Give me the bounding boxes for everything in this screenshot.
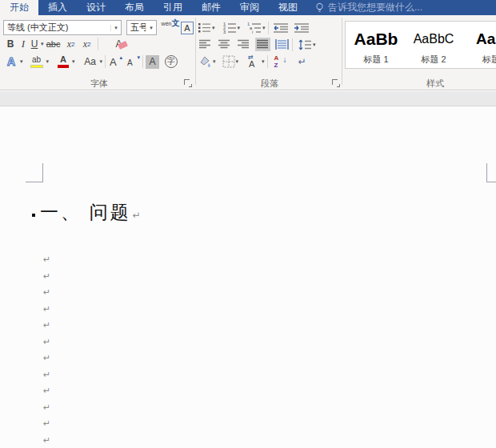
line-spacing-button[interactable] [298, 39, 312, 50]
bullets-icon [198, 22, 211, 34]
down-triangle-icon: ▾ [138, 54, 141, 61]
grow-font-button[interactable]: A▴ [108, 54, 122, 69]
text-effects-dropdown[interactable]: ▾ [20, 58, 23, 65]
show-hide-marks-button[interactable]: ↵ [298, 56, 306, 67]
numbering-button[interactable]: 123 [222, 22, 237, 34]
highlight-yellow-bar [30, 65, 43, 68]
font-size-value: 五号 [127, 22, 146, 34]
margin-cropmark-right [486, 163, 496, 182]
styles-group-label: 样式 [343, 78, 496, 90]
font-name-value: 等线 (中文正文) [4, 22, 110, 34]
paragraph-mark-icon: ↵ [43, 435, 50, 446]
tab-view[interactable]: 视图 [269, 0, 307, 15]
sort-button[interactable]: A Z ↓ [274, 55, 287, 69]
character-border-icon: A [181, 22, 194, 34]
font-size-combobox[interactable]: 五号 ▾ [126, 20, 157, 35]
paragraph-mark-icon: ↵ [132, 210, 140, 221]
align-left-button[interactable] [198, 38, 213, 51]
tab-home[interactable]: 开始 [0, 0, 38, 15]
borders-dropdown[interactable]: ▾ [236, 58, 239, 65]
font-color-dropdown[interactable]: ▾ [72, 58, 75, 65]
paragraph-mark-icon: ↵ [43, 287, 50, 298]
bullets-button[interactable] [198, 22, 211, 34]
document-heading[interactable]: 一、 问题 ↵ [32, 200, 140, 225]
tell-me-box[interactable]: 告诉我您想要做什么... [315, 0, 422, 15]
increase-indent-icon [294, 22, 310, 34]
paint-bucket-icon [198, 55, 212, 68]
font-color-button[interactable]: A [55, 55, 71, 68]
multilevel-list-button[interactable]: 1ai [247, 22, 262, 34]
character-shading-button[interactable]: A [146, 55, 159, 69]
paragraph-mark-icon: ↵ [43, 337, 50, 347]
highlight-dropdown[interactable]: ▾ [46, 58, 50, 65]
decrease-indent-button[interactable] [273, 22, 289, 34]
align-center-button[interactable] [217, 38, 232, 51]
shading-button[interactable] [198, 55, 212, 68]
italic-button[interactable]: I [18, 38, 29, 50]
document-page[interactable]: 一、 问题 ↵ ↵↵↵↵↵↵↵↵↵↵↵↵ [0, 106, 496, 448]
font-name-combobox[interactable]: 等线 (中文正文) ▾ [3, 20, 122, 35]
divider [98, 38, 98, 50]
clear-formatting-button[interactable]: A [110, 38, 128, 50]
tab-review[interactable]: 审阅 [230, 0, 269, 15]
paragraph-mark-icon: ↵ [43, 271, 50, 282]
change-case-dropdown[interactable]: ▾ [100, 58, 103, 65]
distribute-text-button[interactable] [274, 38, 290, 51]
font-dialog-launcher[interactable] [184, 79, 192, 87]
borders-button[interactable] [222, 55, 235, 68]
chevron-down-icon[interactable]: ▾ [110, 25, 121, 31]
increase-indent-button[interactable] [294, 22, 310, 34]
up-triangle-icon: ▴ [120, 54, 123, 61]
paragraph-mark-icon: ↵ [43, 370, 50, 380]
lightbulb-icon [315, 2, 324, 14]
line-spacing-dropdown[interactable]: ▾ [313, 42, 316, 48]
enclose-characters-button[interactable]: 字 [165, 55, 178, 68]
tab-references[interactable]: 引用 [154, 0, 192, 15]
highlight-color-button[interactable]: ab [28, 56, 46, 68]
tab-insert[interactable]: 插入 [38, 0, 77, 15]
style-heading3[interactable]: AaB 标题 [462, 24, 496, 66]
paragraph-dialog-launcher[interactable] [332, 79, 340, 87]
strikethrough-button[interactable]: abc [44, 39, 63, 49]
line-spacing-icon [298, 39, 312, 50]
style-preview: AaBbC [405, 27, 462, 51]
paragraph-group: ▾ 123 ▾ 1ai ▾ [198, 15, 342, 90]
bullets-dropdown[interactable]: ▾ [212, 25, 215, 31]
chevron-down-icon[interactable]: ▾ [146, 25, 156, 31]
subscript-button[interactable]: x2 [63, 38, 79, 50]
phonetic-guide-button[interactable]: wén 文 [162, 19, 179, 27]
style-preview: AaBb [347, 27, 405, 51]
margin-cropmark-left [26, 163, 43, 182]
paragraph-mark-icon: ↵ [43, 254, 50, 265]
shading-dropdown[interactable]: ▾ [213, 58, 216, 65]
asian-layout-dropdown[interactable]: ▾ [262, 58, 265, 65]
tab-design[interactable]: 设计 [77, 0, 115, 15]
tab-layout[interactable]: 布局 [115, 0, 154, 15]
style-name: 标题 1 [347, 54, 405, 66]
numbering-dropdown[interactable]: ▾ [238, 25, 241, 31]
change-case-button[interactable]: Aa [82, 56, 99, 67]
borders-icon [222, 55, 235, 68]
tell-me-label: 告诉我您想要做什么... [328, 1, 422, 14]
shrink-font-button[interactable]: A▾ [126, 54, 140, 69]
down-arrow-icon: ↓ [283, 57, 287, 63]
underline-button[interactable]: U [29, 38, 40, 50]
bold-button[interactable]: B [3, 38, 18, 50]
style-heading1[interactable]: AaBb 标题 1 [347, 24, 405, 66]
tab-mailings[interactable]: 邮件 [192, 0, 230, 15]
word-window: 开始插入设计布局引用邮件审阅视图 告诉我您想要做什么... 等线 (中文正文) … [0, 0, 496, 448]
character-border-button[interactable]: A [181, 20, 194, 34]
paragraph-mark-icon: ↵ [43, 304, 50, 314]
align-right-button[interactable] [236, 38, 251, 51]
style-heading2[interactable]: AaBbC 标题 2 [405, 24, 462, 66]
text-effects-button[interactable]: A [3, 55, 19, 68]
multilevel-dropdown[interactable]: ▾ [262, 25, 266, 31]
superscript-button[interactable]: x2 [79, 38, 95, 50]
group-divider [195, 18, 196, 85]
heading-text: 一、 问题 [40, 200, 130, 225]
divider [142, 55, 143, 68]
paragraph-mark-icon: ↵ [43, 320, 50, 330]
asian-layout-button[interactable]: ⇄ A [246, 55, 261, 69]
font-group: 等线 (中文正文) ▾ 五号 ▾ wén 文 A B I U ▾ abc x2 [3, 15, 195, 90]
justify-button[interactable] [255, 38, 270, 51]
